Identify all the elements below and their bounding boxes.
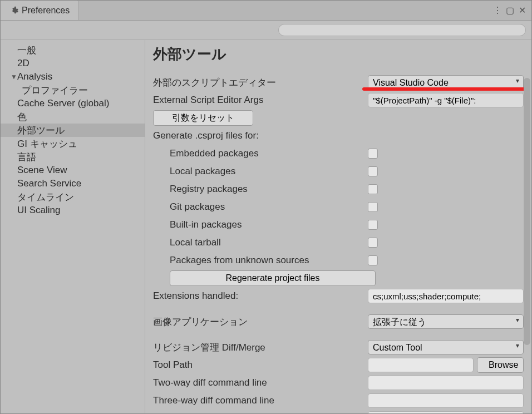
csproj-option-label: Packages from unknown sources (153, 255, 368, 266)
row-revision: リビジョン管理 Diff/Merge Custom Tool (153, 339, 524, 356)
sidebar-item-label: Analysis (17, 71, 52, 82)
sidebar-item-color[interactable]: 色 (1, 110, 145, 124)
row-editor-args: External Script Editor Args (153, 92, 524, 109)
sidebar-item-language[interactable]: 言語 (1, 150, 145, 164)
csproj-local-checkbox[interactable] (368, 166, 378, 176)
sidebar-item-label: 外部ツール (17, 124, 65, 137)
close-icon[interactable]: ✕ (519, 5, 526, 16)
sidebar-item-label: Scene View (17, 165, 67, 176)
row-image-app: 画像アプリケーション 拡張子に従う (153, 313, 524, 330)
csproj-unknown-checkbox[interactable] (368, 255, 378, 265)
main-panel: 外部ツール 外部のスクリプトエディター Visual Studio Code E… (145, 40, 531, 413)
page-title: 外部ツール (153, 45, 524, 64)
row-three-way: Three-way diff command line (153, 392, 524, 409)
sidebar-item-ui-scaling[interactable]: UI Scaling (1, 204, 145, 217)
sidebar-item-label: Search Service (17, 178, 81, 189)
csproj-option-label: Built-in packages (153, 219, 368, 230)
sidebar-item-2d[interactable]: 2D (1, 57, 145, 70)
revision-label: リビジョン管理 Diff/Merge (153, 341, 368, 354)
sidebar-item-analysis[interactable]: ▼Analysis (1, 70, 145, 83)
search-bar (1, 21, 531, 40)
row-merge-args: Merge arguments (153, 410, 524, 413)
merge-args-input[interactable] (368, 411, 524, 413)
sidebar-item-label: 色 (17, 111, 27, 124)
sidebar-item-label: タイムライン (17, 191, 74, 204)
two-way-input[interactable] (368, 376, 524, 390)
sidebar: 一般 2D ▼Analysis プロファイラー Cache Server (gl… (1, 40, 145, 413)
sidebar-item-cache-server[interactable]: Cache Server (global) (1, 97, 145, 110)
sidebar-item-label: UI Scaling (17, 205, 60, 216)
sidebar-item-profiler[interactable]: プロファイラー (1, 83, 145, 97)
csproj-option-label: Embedded packages (153, 148, 368, 159)
three-way-label: Three-way diff command line (153, 395, 368, 406)
generate-csproj-label: Generate .csproj files for: (153, 130, 524, 141)
row-extensions: Extensions handled: (153, 288, 524, 304)
row-script-editor: 外部のスクリプトエディター Visual Studio Code (153, 74, 524, 91)
tab-preferences[interactable]: Preferences (1, 1, 79, 20)
revision-dropdown[interactable]: Custom Tool (368, 340, 524, 354)
row-csproj-registry: Registry packages (153, 181, 524, 198)
image-app-dropdown[interactable]: 拡張子に従う (368, 314, 524, 329)
extensions-label: Extensions handled: (153, 290, 368, 302)
tab-label: Preferences (22, 6, 70, 16)
sidebar-item-label: 一般 (17, 44, 36, 57)
scrollbar-vertical[interactable] (524, 78, 530, 396)
scrollbar-thumb[interactable] (524, 78, 530, 345)
csproj-option-label: Local packages (153, 166, 368, 177)
tool-path-input[interactable] (368, 358, 474, 372)
search-wrap (278, 24, 526, 36)
row-generate-label: Generate .csproj files for: (153, 127, 524, 144)
window-controls: ⋮ ▢ ✕ (493, 5, 531, 16)
three-way-input[interactable] (368, 393, 524, 408)
regenerate-button[interactable]: Regenerate project files (170, 270, 376, 286)
row-csproj-embedded: Embedded packages (153, 145, 524, 162)
menu-dots-icon[interactable]: ⋮ (493, 5, 501, 16)
row-tool-path: Tool Path Browse (153, 357, 524, 373)
reset-args-button[interactable]: 引数をリセット (153, 110, 253, 126)
script-editor-dropdown[interactable]: Visual Studio Code (368, 75, 524, 90)
tab-bar: Preferences ⋮ ▢ ✕ (1, 1, 531, 21)
row-two-way: Two-way diff command line (153, 374, 524, 391)
csproj-git-checkbox[interactable] (368, 202, 378, 212)
sidebar-item-label: 言語 (17, 151, 36, 164)
row-csproj-git: Git packages (153, 199, 524, 215)
sidebar-item-search-service[interactable]: Search Service (1, 177, 145, 190)
extensions-input[interactable] (368, 289, 524, 303)
csproj-tarball-checkbox[interactable] (368, 238, 378, 248)
sidebar-item-external-tools[interactable]: 外部ツール (1, 124, 145, 137)
gear-icon (9, 6, 18, 15)
chevron-down-icon: ▼ (11, 73, 16, 81)
editor-args-input[interactable] (368, 93, 524, 107)
editor-args-label: External Script Editor Args (153, 95, 368, 106)
body: 一般 2D ▼Analysis プロファイラー Cache Server (gl… (1, 40, 531, 413)
row-reset-args: 引数をリセット (153, 110, 524, 126)
row-csproj-builtin: Built-in packages (153, 216, 524, 233)
image-app-label: 画像アプリケーション (153, 316, 368, 328)
csproj-option-label: Registry packages (153, 184, 368, 195)
row-csproj-local: Local packages (153, 163, 524, 180)
row-csproj-unknown: Packages from unknown sources (153, 252, 524, 269)
maximize-icon[interactable]: ▢ (506, 5, 514, 16)
row-csproj-tarball: Local tarball (153, 234, 524, 251)
script-editor-label: 外部のスクリプトエディター (153, 76, 368, 89)
browse-button[interactable]: Browse (477, 357, 524, 373)
csproj-builtin-checkbox[interactable] (368, 220, 378, 230)
sidebar-item-label: GI キャッシュ (17, 137, 77, 150)
sidebar-item-general[interactable]: 一般 (1, 43, 145, 57)
sidebar-item-gi-cache[interactable]: GI キャッシュ (1, 137, 145, 150)
sidebar-item-label: プロファイラー (22, 84, 88, 97)
csproj-option-label: Local tarball (153, 237, 368, 248)
search-input[interactable] (278, 24, 526, 36)
sidebar-item-timeline[interactable]: タイムライン (1, 190, 145, 204)
row-regenerate: Regenerate project files (153, 270, 524, 287)
sidebar-item-label: 2D (17, 58, 29, 69)
sidebar-item-label: Cache Server (global) (17, 98, 109, 109)
csproj-option-label: Git packages (153, 201, 368, 213)
sidebar-item-scene-view[interactable]: Scene View (1, 164, 145, 177)
merge-args-label: Merge arguments (153, 413, 368, 413)
preferences-window: Preferences ⋮ ▢ ✕ 一般 2D ▼Analysis プロファイラ… (0, 0, 532, 414)
csproj-embedded-checkbox[interactable] (368, 149, 378, 159)
two-way-label: Two-way diff command line (153, 377, 368, 388)
tool-path-label: Tool Path (153, 359, 368, 371)
csproj-registry-checkbox[interactable] (368, 184, 378, 194)
